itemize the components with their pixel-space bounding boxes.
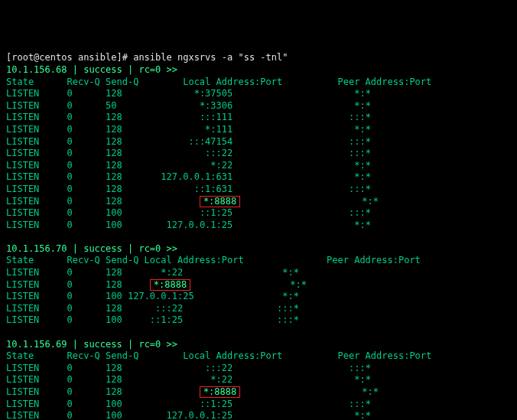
local-addr: ::1:25 xyxy=(150,314,183,325)
ss-header: State Recv-Q Send-Q Local Address:Port P… xyxy=(6,77,437,87)
local-addr: :::111 xyxy=(200,112,232,122)
local-addr: 127.0.0.1:25 xyxy=(128,291,194,301)
peer-addr: *:* xyxy=(354,124,376,135)
ss-row: LISTEN 0 128 xyxy=(6,386,128,397)
local-addr: :::22 xyxy=(205,148,232,158)
command: ansible ngxsrvs -a "ss -tnl" xyxy=(133,52,288,63)
peer-addr: :::* xyxy=(349,184,376,194)
host-ip: 10.1.156.69 xyxy=(6,339,67,350)
peer-addr: *:* xyxy=(282,291,304,301)
ss-header: State Recv-Q Send-Q Local Address:Port P… xyxy=(6,255,426,265)
ss-row: LISTEN 0 128 xyxy=(6,88,128,99)
local-addr: *:22 xyxy=(161,267,183,278)
local-addr: *:111 xyxy=(205,124,232,135)
ss-row: LISTEN 0 128 xyxy=(6,148,128,158)
local-addr: *:22 xyxy=(210,160,232,171)
ss-row: LISTEN 0 128 xyxy=(6,303,128,314)
ss-row: LISTEN 0 100 xyxy=(6,220,128,230)
local-addr: :::22 xyxy=(205,363,232,373)
peer-addr: :::* xyxy=(349,399,376,409)
ss-row: LISTEN 0 128 xyxy=(6,136,128,147)
ss-row: LISTEN 0 100 xyxy=(6,410,128,420)
local-addr: :::47154 xyxy=(188,136,232,147)
highlight-port: *:8888 xyxy=(150,279,190,291)
ss-row: LISTEN 0 128 xyxy=(6,112,128,122)
peer-addr: *:* xyxy=(362,196,384,207)
ss-row: LISTEN 0 100 xyxy=(6,207,128,218)
peer-addr: :::* xyxy=(349,207,376,218)
ss-row: LISTEN 0 50 xyxy=(6,100,128,111)
local-addr: 127.0.0.1:25 xyxy=(167,410,233,420)
peer-addr: :::* xyxy=(349,136,376,147)
ss-row: LISTEN 0 100 xyxy=(6,314,128,325)
peer-addr: :::* xyxy=(349,112,376,122)
peer-addr: *:* xyxy=(354,100,376,111)
host-ip: 10.1.156.68 xyxy=(6,64,67,75)
ss-row: LISTEN 0 128 xyxy=(6,279,128,290)
ss-row: LISTEN 0 128 xyxy=(6,363,128,373)
peer-addr: *:* xyxy=(354,88,376,99)
local-addr: *:22 xyxy=(210,374,232,385)
local-addr: 127.0.0.1:25 xyxy=(167,220,233,230)
peer-addr: *:* xyxy=(354,374,376,385)
ss-row: LISTEN 0 128 xyxy=(6,196,128,207)
local-addr: :::22 xyxy=(155,303,183,314)
local-addr: ::1:25 xyxy=(200,399,232,409)
peer-addr: *:* xyxy=(282,267,304,278)
host-status: | success | rc=0 >> xyxy=(67,64,177,75)
ss-row: LISTEN 0 128 xyxy=(6,184,128,194)
ss-row: LISTEN 0 128 xyxy=(6,374,128,385)
ss-row: LISTEN 0 128 xyxy=(6,267,128,278)
local-addr: *:37505 xyxy=(194,88,233,99)
ss-row: LISTEN 0 128 xyxy=(6,171,128,182)
terminal[interactable]: [root@centos ansible]# ansible ngxsrvs -… xyxy=(6,52,511,420)
peer-addr: :::* xyxy=(349,363,376,373)
highlight-port: *:8888 xyxy=(200,196,240,207)
peer-addr: *:* xyxy=(354,220,376,230)
ss-row: LISTEN 0 128 xyxy=(6,124,128,135)
host-status: | success | rc=0 >> xyxy=(67,339,177,350)
peer-addr: :::* xyxy=(349,148,376,158)
ss-row: LISTEN 0 100 xyxy=(6,291,128,301)
prompt: [root@centos ansible]# xyxy=(6,52,133,63)
peer-addr: *:* xyxy=(354,160,376,171)
peer-addr: *:* xyxy=(354,171,376,182)
peer-addr: :::* xyxy=(277,303,304,314)
local-addr: ::1:25 xyxy=(200,207,232,218)
local-addr: ::1:631 xyxy=(194,184,233,194)
local-addr: *:3306 xyxy=(200,100,232,111)
ss-header: State Recv-Q Send-Q Local Address:Port P… xyxy=(6,350,437,361)
peer-addr: :::* xyxy=(277,314,304,325)
highlight-port: *:8888 xyxy=(200,386,240,398)
ss-row: LISTEN 0 128 xyxy=(6,160,128,171)
ss-row: LISTEN 0 100 xyxy=(6,399,128,409)
local-addr: 127.0.0.1:631 xyxy=(161,171,232,182)
peer-addr: *:* xyxy=(362,386,384,397)
peer-addr: *:* xyxy=(290,279,312,290)
host-ip: 10.1.156.70 xyxy=(6,243,67,254)
host-status: | success | rc=0 >> xyxy=(67,243,177,254)
peer-addr: *:* xyxy=(354,410,376,420)
